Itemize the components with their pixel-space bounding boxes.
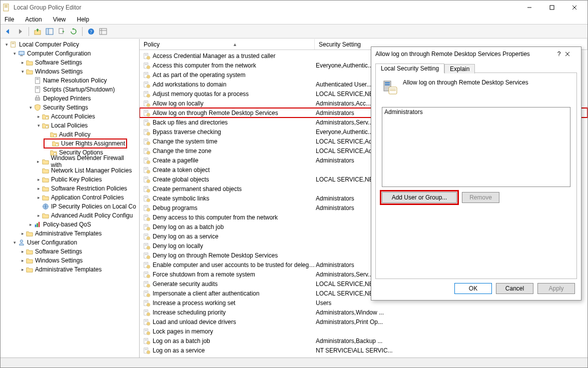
tree-twisty-icon[interactable]: ▸ [36, 186, 42, 192]
tree-twisty-icon[interactable]: ▸ [36, 194, 42, 200]
tree-twisty-icon[interactable]: ▾ [12, 240, 18, 246]
list-row[interactable]: Log on as a service NT SERVICE\ALL SERVI… [140, 346, 587, 355]
tree-twisty-icon[interactable] [44, 132, 50, 138]
tree-node-u_software_settings[interactable]: ▸Software Settings [1, 247, 139, 256]
tree-node-scripts[interactable]: Scripts (Startup/Shutdown) [1, 85, 139, 94]
svg-point-110 [148, 180, 149, 182]
add-user-or-group-button[interactable]: Add User or Group... [382, 192, 457, 203]
list-row[interactable]: Lock pages in memory [140, 326, 587, 336]
remove-button[interactable]: Remove [462, 192, 499, 203]
tree-twisty-icon[interactable] [28, 78, 34, 84]
menu-view[interactable]: View [51, 16, 68, 24]
svg-rect-163 [145, 283, 147, 284]
tree-node-aapc[interactable]: ▸Advanced Audit Policy Configu [1, 211, 139, 220]
tree-node-admin_templates[interactable]: ▸Administrative Templates [1, 229, 139, 238]
tree-twisty-icon[interactable]: ▸ [36, 114, 42, 120]
tree-node-windows_settings[interactable]: ▾Windows Settings [1, 67, 139, 76]
tree-node-user_rights[interactable]: User Rights Assignment [1, 139, 139, 148]
tree-node-local_policies[interactable]: ▾Local Policies [1, 121, 139, 130]
tree-twisty-icon[interactable] [36, 168, 42, 174]
tree-node-deployed_printers[interactable]: Deployed Printers [1, 94, 139, 103]
list-row[interactable]: Increase scheduling priority Administrat… [140, 308, 587, 317]
tree-node-u_windows_settings[interactable]: ▸Windows Settings [1, 256, 139, 265]
tree-node-software_settings[interactable]: ▸Software Settings [1, 58, 139, 67]
tree-twisty-icon[interactable]: ▸ [28, 222, 34, 228]
tree-twisty-icon[interactable] [36, 204, 42, 210]
tree-node-wdf[interactable]: ▸Windows Defender Firewall with [1, 157, 139, 166]
help-button[interactable]: ? [86, 26, 97, 37]
tree-twisty-icon[interactable] [46, 140, 52, 146]
tree-node-audit_policy[interactable]: Audit Policy [1, 130, 139, 139]
svg-point-85 [148, 133, 149, 134]
member-item[interactable]: Administrators [384, 108, 568, 116]
tree-twisty-icon[interactable] [28, 86, 34, 92]
tree-twisty-icon[interactable]: ▸ [20, 258, 26, 264]
tree-twisty-icon[interactable]: ▸ [20, 230, 26, 236]
tab-local-security-setting[interactable]: Local Security Setting [375, 64, 444, 73]
menu-action[interactable]: Action [23, 16, 44, 24]
list-cell-policy: Deny log on as a batch job [153, 224, 316, 230]
svg-rect-67 [145, 102, 147, 102]
tree-twisty-icon[interactable]: ▸ [20, 248, 26, 254]
list-cell-policy: Access Credential Manager as a trusted c… [153, 52, 316, 60]
tree-twisty-icon[interactable]: ▸ [36, 176, 42, 182]
tree-node-security_settings[interactable]: ▾Security Settings [1, 103, 139, 112]
svg-rect-20 [12, 44, 15, 44]
back-button[interactable] [3, 26, 14, 37]
export-button[interactable] [56, 26, 67, 37]
ok-button[interactable]: OK [454, 283, 492, 294]
dialog-close-button[interactable] [565, 52, 577, 56]
tree-twisty-icon[interactable] [28, 96, 34, 102]
tree-node-label: Administrative Templates [35, 266, 102, 273]
column-header-policy[interactable]: Policy▲ [140, 39, 315, 50]
tree-node-ipsec[interactable]: IP Security Policies on Local Co [1, 202, 139, 211]
dialog-help-button[interactable]: ? [553, 50, 565, 58]
tree-twisty-icon[interactable]: ▾ [20, 68, 26, 74]
tab-explain[interactable]: Explain [444, 64, 475, 74]
svg-rect-53 [145, 74, 147, 74]
filter-button[interactable] [98, 26, 109, 37]
tree-twisty-icon[interactable]: ▸ [20, 60, 26, 66]
tree-twisty-icon[interactable]: ▾ [36, 122, 42, 128]
members-listbox[interactable]: Administrators [382, 107, 570, 187]
tree-node-u_admin_templates[interactable]: ▸Administrative Templates [1, 265, 139, 274]
tree-node-pbqos[interactable]: ▸Policy-based QoS [1, 220, 139, 229]
tree-node-srp[interactable]: ▸Software Restriction Policies [1, 184, 139, 193]
tree-twisty-icon[interactable]: ▸ [36, 212, 42, 218]
cancel-button[interactable]: Cancel [496, 283, 533, 294]
tree-node-nlmp[interactable]: Network List Manager Policies [1, 166, 139, 175]
list-cell-policy: Impersonate a client after authenticatio… [153, 290, 316, 297]
tree-twisty-icon[interactable] [44, 150, 50, 156]
tree-pane[interactable]: ▾Local Computer Policy▾Computer Configur… [1, 39, 140, 358]
tree-twisty-icon[interactable]: ▾ [4, 42, 10, 48]
tree-node-computer_config[interactable]: ▾Computer Configuration [1, 49, 139, 58]
close-button[interactable] [563, 0, 585, 14]
tree-node-user_config[interactable]: ▾User Configuration [1, 238, 139, 247]
svg-rect-123 [145, 207, 147, 208]
list-row[interactable]: Log on as a batch job Administrators,Bac… [140, 336, 587, 346]
minimize-button[interactable] [518, 0, 540, 14]
tree-twisty-icon[interactable]: ▸ [20, 266, 26, 272]
svg-point-45 [148, 57, 149, 58]
tree-node-account_policies[interactable]: ▸Account Policies [1, 112, 139, 121]
tree-node-acp[interactable]: ▸Application Control Policies [1, 193, 139, 202]
tree-twisty-icon[interactable]: ▾ [12, 50, 18, 56]
tree-node-pkp[interactable]: ▸Public Key Policies [1, 175, 139, 184]
toolbar: ? [1, 24, 587, 38]
svg-point-155 [148, 266, 149, 267]
maximize-button[interactable] [540, 0, 563, 14]
forward-button[interactable] [15, 26, 26, 37]
svg-rect-24 [36, 78, 39, 79]
list-row[interactable]: Load and unload device drivers Administr… [140, 317, 587, 326]
apply-button[interactable]: Apply [537, 283, 575, 294]
show-hide-tree-button[interactable] [44, 26, 55, 37]
menu-help[interactable]: Help [75, 16, 92, 24]
tree-node-name_resolution[interactable]: Name Resolution Policy [1, 76, 139, 85]
tree-node-root[interactable]: ▾Local Computer Policy [1, 40, 139, 49]
menu-file[interactable]: File [3, 16, 16, 24]
tree-twisty-icon[interactable]: ▾ [28, 104, 34, 110]
tree-twisty-icon[interactable]: ▸ [36, 158, 42, 164]
refresh-button[interactable] [68, 26, 79, 37]
up-level-button[interactable] [32, 26, 43, 37]
svg-point-175 [148, 304, 149, 305]
